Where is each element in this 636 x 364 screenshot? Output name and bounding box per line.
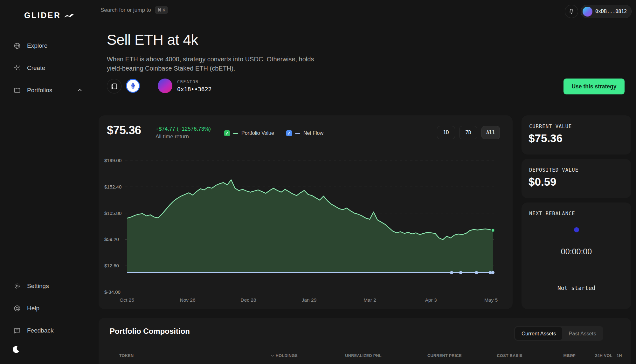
portfolio-value-checkbox[interactable]: ✓ (224, 130, 230, 136)
page-title: Sell ETH at 4k (107, 31, 198, 48)
moon-icon (12, 345, 20, 354)
range-all-button[interactable]: All (481, 126, 500, 139)
sidebar-item-explore[interactable]: Explore (0, 41, 99, 51)
net-flow-line-swatch (295, 133, 300, 134)
logo-text: GLIDER (24, 11, 61, 20)
column-header-token: TOKEN (119, 354, 134, 358)
all-time-return-value: +$74.77 (+12576.73%) (156, 126, 211, 132)
rebalance-status-dot (574, 227, 579, 232)
current-value-card: CURRENT VALUE $75.36 (522, 115, 631, 155)
search-placeholder: Search for or jump to (100, 7, 151, 13)
portfolio-area-chart[interactable] (125, 161, 495, 292)
sidebar-item-label: Feedback (27, 327, 53, 334)
composition-title: Portfolio Composition (110, 327, 190, 336)
range-7d-button[interactable]: 7D (459, 126, 477, 139)
chevron-up-icon[interactable] (77, 88, 82, 93)
gear-icon (13, 282, 21, 290)
legend-label: Portfolio Value (241, 130, 274, 136)
net-flow-checkbox[interactable]: ✓ (286, 130, 292, 136)
creator-meta: CREATOR 0x18••3622 (177, 79, 211, 93)
sidebar-item-feedback[interactable]: Feedback (0, 326, 99, 336)
notifications-button[interactable] (565, 5, 578, 18)
x-axis-label: Mar 2 (363, 297, 376, 303)
sidebar-item-portfolios[interactable]: Portfolios (0, 85, 99, 95)
glider-app: GLIDER Explore Create Portfolios (0, 0, 636, 364)
lifebuoy-icon (13, 305, 21, 312)
x-axis-label: Apr 3 (425, 297, 437, 303)
column-header-1h: 1H (617, 354, 622, 358)
x-axis-label: Jan 29 (302, 297, 317, 303)
y-axis-label: $105.80 (104, 210, 124, 216)
sidebar-item-label: Portfolios (27, 87, 52, 94)
x-axis-label: Dec 28 (240, 297, 256, 303)
bird-icon (64, 13, 75, 18)
strategy-description: When ETH is above 4000, strategy convert… (107, 55, 315, 73)
chevron-down-icon (271, 354, 274, 358)
eth-chain-badge[interactable] (126, 79, 140, 93)
stat-label: CURRENT VALUE (529, 124, 572, 129)
sidebar-item-label: Create (27, 65, 45, 72)
account-address: 0xDB...0812 (595, 9, 627, 14)
y-axis-label: $12.60 (104, 263, 124, 268)
sidebar-item-help[interactable]: Help (0, 303, 99, 313)
theme-toggle[interactable] (12, 345, 20, 355)
sidebar-item-create[interactable]: Create (0, 63, 99, 73)
column-header-current-price: CURRENT PRICE (427, 354, 462, 358)
legend-label: Net Flow (303, 130, 323, 136)
creator-address[interactable]: 0x18••3622 (177, 86, 211, 93)
y-axis-label: $-34.00 (104, 289, 124, 295)
stat-value: $0.59 (529, 175, 556, 188)
sidebar-item-label: Explore (27, 42, 47, 49)
time-range-selector: 1D 7D All (437, 126, 500, 139)
bell-icon (568, 8, 575, 15)
account-menu[interactable]: 0xDB...0812 (581, 5, 632, 18)
stat-value: $75.36 (529, 132, 563, 145)
y-axis-label: $199.00 (104, 158, 124, 163)
creator-avatar[interactable] (158, 79, 172, 93)
x-axis-label: Nov 26 (180, 297, 195, 303)
y-axis-label: $59.20 (104, 237, 124, 242)
next-rebalance-card: NEXT REBALANCE 00:00:00 Not started (522, 203, 631, 309)
sparkles-icon (13, 64, 21, 72)
account-avatar (583, 7, 592, 17)
portfolio-value-line-swatch (233, 133, 238, 134)
x-axis-label: May 5 (484, 297, 498, 303)
rebalance-status-text: Not started (522, 285, 631, 291)
chart-legend: ✓ Portfolio Value ✓ Net Flow (224, 130, 323, 136)
legend-net-flow[interactable]: ✓ Net Flow (286, 130, 323, 136)
portfolio-current-value: $75.36 (107, 124, 141, 137)
column-header-unrealized-pnl: UNREALIZED PNL (345, 354, 382, 358)
glider-logo[interactable]: GLIDER (24, 11, 75, 20)
stat-label: DEPOSITED VALUE (529, 167, 578, 173)
strategy-type-badge[interactable] (107, 79, 121, 93)
sidebar-item-label: Help (27, 305, 39, 312)
assets-tab-switcher: Current Assets Past Assets (514, 326, 603, 341)
ethereum-icon (129, 82, 137, 90)
tab-current-assets[interactable]: Current Assets (515, 327, 562, 340)
y-axis-label: $152.40 (104, 184, 124, 189)
column-header-24h: 24H (567, 354, 575, 358)
legend-portfolio-value[interactable]: ✓ Portfolio Value (224, 130, 274, 136)
wallet-icon (13, 86, 21, 94)
return-block: +$74.77 (+12576.73%) All time return (156, 126, 211, 140)
rebalance-timer: 00:00:00 (522, 247, 631, 256)
sidebar-item-label: Settings (27, 283, 49, 290)
search-input[interactable]: Search for or jump to ⌘ K (100, 6, 168, 14)
feedback-icon (13, 327, 21, 334)
all-time-return-caption: All time return (156, 134, 211, 140)
tab-past-assets[interactable]: Past Assets (562, 327, 602, 340)
globe-icon (13, 42, 21, 50)
portfolio-chart-card: $75.36 +$74.77 (+12576.73%) All time ret… (99, 115, 513, 309)
column-header-cost-basis: COST BASIS (497, 354, 522, 358)
column-header-holdings[interactable]: HOLDINGS (271, 354, 298, 358)
creator-label: CREATOR (177, 79, 211, 84)
rebalance-label: NEXT REBALANCE (529, 211, 575, 216)
ledger-icon (110, 82, 118, 90)
sidebar-item-settings[interactable]: Settings (0, 281, 99, 291)
search-shortcut-badge: ⌘ K (155, 6, 168, 14)
range-1d-button[interactable]: 1D (437, 126, 455, 139)
column-header-24h-vol: 24H VOL (595, 354, 612, 358)
use-strategy-button[interactable]: Use this strategy (563, 79, 625, 94)
deposited-value-card: DEPOSITED VALUE $0.59 (522, 159, 631, 198)
x-axis-label: Oct 25 (120, 297, 134, 303)
